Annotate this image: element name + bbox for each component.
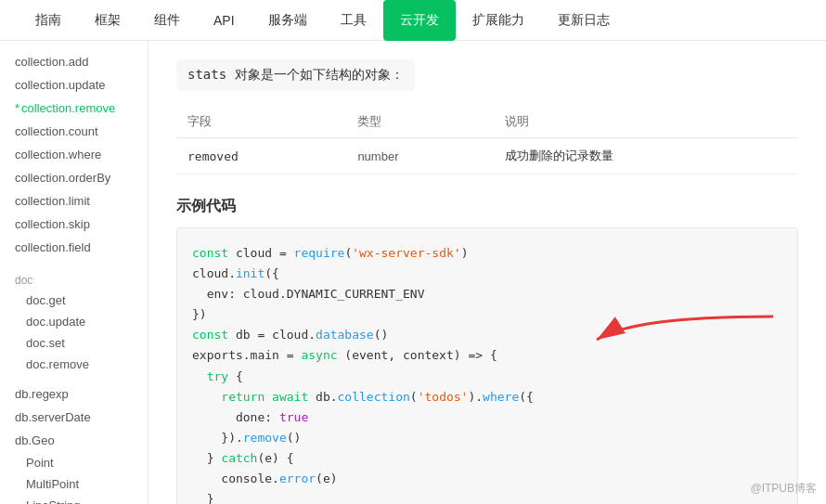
col-type: 类型: [346, 106, 493, 138]
sidebar-item-doc-update[interactable]: doc.update: [0, 311, 148, 332]
nav-item-changelog[interactable]: 更新日志: [541, 0, 626, 41]
nav-item-framework[interactable]: 框架: [78, 0, 137, 41]
code-line-1: const cloud = require('wx-server-sdk'): [192, 243, 782, 264]
sidebar-item-collection-orderby[interactable]: collection.orderBy: [0, 166, 148, 189]
sidebar-item-doc-remove[interactable]: doc.remove: [0, 354, 148, 375]
code-line-13: }: [192, 489, 782, 504]
sidebar: collection.add collection.update collect…: [0, 41, 148, 504]
nav-item-extend[interactable]: 扩展能力: [456, 0, 541, 41]
code-line-12: console.error(e): [192, 469, 782, 489]
cell-type: number: [346, 138, 493, 174]
main-layout: collection.add collection.update collect…: [0, 41, 826, 504]
col-field: 字段: [176, 106, 346, 138]
sidebar-item-collection-where[interactable]: collection.where: [0, 143, 148, 166]
code-line-11: } catch(e) {: [192, 448, 782, 469]
sidebar-item-geo-linestring[interactable]: LineString: [0, 495, 148, 504]
nav-item-server[interactable]: 服务端: [252, 0, 324, 41]
code-line-10: }).remove(): [192, 428, 782, 448]
nav-item-tools[interactable]: 工具: [324, 0, 383, 41]
sidebar-section-doc: doc: [0, 266, 148, 290]
sidebar-item-doc-set[interactable]: doc.set: [0, 332, 148, 354]
code-line-7: try {: [192, 367, 782, 387]
sidebar-item-db-geo[interactable]: db.Geo: [0, 429, 148, 452]
top-nav: 指南 框架 组件 API 服务端 工具 云开发 扩展能力 更新日志: [0, 0, 826, 41]
table-row: removed number 成功删除的记录数量: [176, 138, 798, 174]
code-line-9: done: true: [192, 407, 782, 428]
sidebar-item-collection-count[interactable]: collection.count: [0, 120, 148, 143]
sidebar-item-collection-skip[interactable]: collection.skip: [0, 213, 148, 236]
watermark: @ITPUB博客: [750, 481, 817, 497]
arrow-icon: [578, 312, 782, 368]
col-desc: 说明: [494, 106, 798, 138]
code-block: const cloud = require('wx-server-sdk') c…: [176, 227, 798, 504]
sidebar-item-db-serverdate[interactable]: db.serverDate: [0, 406, 148, 429]
sidebar-item-collection-remove[interactable]: collection.remove: [0, 97, 148, 120]
cell-field: removed: [176, 138, 346, 174]
sidebar-item-db-regexp[interactable]: db.regexp: [0, 382, 148, 406]
sidebar-item-collection-field[interactable]: collection.field: [0, 236, 148, 259]
stats-table: 字段 类型 说明 removed number 成功删除的记录数量: [176, 106, 798, 174]
nav-item-guide[interactable]: 指南: [19, 0, 78, 41]
sidebar-item-doc-get[interactable]: doc.get: [0, 290, 148, 311]
nav-item-cloud[interactable]: 云开发: [383, 0, 456, 41]
cell-desc: 成功删除的记录数量: [494, 138, 798, 174]
content-area: stats 对象是一个如下结构的对象： 字段 类型 说明 removed num…: [148, 41, 826, 504]
stats-description: stats 对象是一个如下结构的对象：: [176, 59, 415, 91]
sidebar-item-collection-add[interactable]: collection.add: [0, 50, 148, 73]
code-line-2: cloud.init({: [192, 264, 782, 284]
nav-item-components[interactable]: 组件: [137, 0, 197, 41]
sidebar-item-collection-update[interactable]: collection.update: [0, 73, 148, 97]
sidebar-item-geo-point[interactable]: Point: [0, 452, 148, 473]
code-line-3: env: cloud.DYNAMIC_CURRENT_ENV: [192, 284, 782, 304]
sidebar-item-collection-limit[interactable]: collection.limit: [0, 189, 148, 213]
code-line-8: return await db.collection('todos').wher…: [192, 387, 782, 407]
sidebar-item-geo-multipoint[interactable]: MultiPoint: [0, 473, 148, 495]
example-title: 示例代码: [176, 197, 798, 216]
nav-item-api[interactable]: API: [197, 0, 252, 41]
